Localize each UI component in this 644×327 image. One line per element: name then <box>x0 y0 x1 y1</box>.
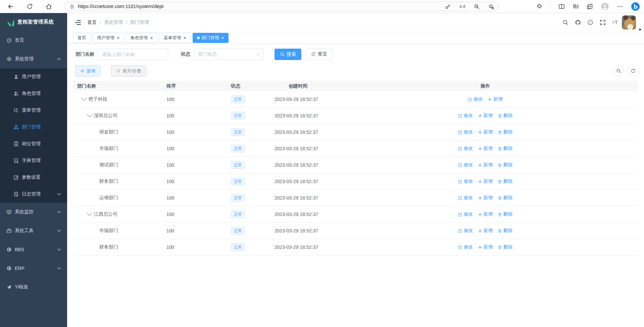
avatar[interactable] <box>622 15 636 30</box>
reset-button[interactable]: 重置 <box>306 49 333 60</box>
sidebar-item-系统管理[interactable]: 系统管理 <box>0 50 67 68</box>
search-icon[interactable] <box>562 19 568 25</box>
collapse-sidebar-icon[interactable] <box>75 19 81 26</box>
sidebar-item-角色管理[interactable]: 角色管理 <box>0 85 67 102</box>
more-options-icon[interactable] <box>617 3 623 10</box>
breadcrumb-system[interactable]: 系统管理 <box>104 19 123 25</box>
sidebar-item-部门管理[interactable]: 部门管理 <box>0 119 67 135</box>
tab-菜单管理[interactable]: 菜单管理× <box>159 33 190 43</box>
add-link[interactable]: 新增 <box>478 244 493 250</box>
add-link[interactable]: 新增 <box>478 129 493 135</box>
dashboard-icon <box>6 38 12 43</box>
split-screen-icon[interactable] <box>558 3 565 10</box>
copilot-icon[interactable]: b <box>631 2 640 11</box>
del-link[interactable]: 删除 <box>498 228 513 234</box>
status-label: 状态 <box>181 51 190 57</box>
edit-link[interactable]: 修改 <box>458 162 473 168</box>
sidebar-item-用户管理[interactable]: 用户管理 <box>0 68 67 85</box>
back-icon[interactable] <box>4 1 16 11</box>
show-search-button[interactable] <box>613 66 624 76</box>
edit-link[interactable]: 修改 <box>458 113 473 119</box>
sidebar-item-BBS[interactable]: BBS <box>0 240 67 259</box>
del-link[interactable]: 删除 <box>498 162 513 168</box>
tab-首页[interactable]: 首页 <box>73 33 91 43</box>
home-icon[interactable] <box>43 1 55 11</box>
fullscreen-icon[interactable] <box>600 19 606 25</box>
chevron-down-icon <box>56 266 62 271</box>
add-button[interactable]: 新增 <box>75 65 100 76</box>
del-link[interactable]: 删除 <box>498 244 513 250</box>
sidebar-item-首页[interactable]: 首页 <box>0 31 67 50</box>
breadcrumb-home[interactable]: 首页 <box>87 19 97 25</box>
app-logo[interactable]: 意框架管理系统 <box>0 13 67 31</box>
address-bar[interactable]: https://ccnetcore.com:1101/system/dept A <box>64 2 499 11</box>
del-link[interactable]: 删除 <box>498 211 513 217</box>
favorites-icon[interactable] <box>573 3 579 10</box>
sidebar-item-岗位管理[interactable]: 岗位管理 <box>0 135 67 152</box>
sidebar-item-日志管理[interactable]: 日志管理 <box>0 186 67 203</box>
tree-collapse-icon[interactable] <box>85 111 94 120</box>
expand-collapse-button[interactable]: 展开/折叠 <box>111 65 146 76</box>
github-icon[interactable] <box>575 19 581 25</box>
add-link[interactable]: 新增 <box>478 228 493 234</box>
plus-icon <box>478 196 482 200</box>
edit-link[interactable]: 修改 <box>458 178 473 184</box>
col-header-sort: 排序 <box>166 83 231 89</box>
del-link[interactable]: 删除 <box>498 195 513 201</box>
font-size-icon[interactable]: TT <box>612 19 618 25</box>
status-select[interactable]: 部门状态 <box>194 49 264 60</box>
sidebar-item-ERP[interactable]: ERP <box>0 259 67 278</box>
table-toolbar: 新增 展开/折叠 <box>73 65 638 76</box>
sidebar-item-参数设置[interactable]: 参数设置 <box>0 169 67 186</box>
del-link[interactable]: 删除 <box>498 113 513 119</box>
close-tab-icon[interactable]: × <box>150 36 153 40</box>
search-button[interactable]: 搜索 <box>275 49 301 60</box>
edit-link[interactable]: 修改 <box>458 211 473 217</box>
close-tab-icon[interactable]: × <box>183 36 186 40</box>
refresh-table-button[interactable] <box>628 66 638 76</box>
sidebar-item-系统监控[interactable]: 系统监控 <box>0 203 67 221</box>
tab-用户管理[interactable]: 用户管理× <box>93 33 124 43</box>
add-link[interactable]: 新增 <box>478 178 493 184</box>
browser-essentials-icon[interactable] <box>536 3 543 10</box>
close-tab-icon[interactable]: × <box>221 36 224 40</box>
edit-link[interactable]: 修改 <box>458 195 473 201</box>
zoom-out-icon[interactable] <box>474 4 480 9</box>
tab-部门管理[interactable]: 部门管理× <box>193 33 229 43</box>
del-link[interactable]: 删除 <box>498 129 513 135</box>
sidebar-item-系统工具[interactable]: 系统工具 <box>0 221 67 240</box>
profile-icon[interactable] <box>601 2 609 11</box>
tree-collapse-icon[interactable] <box>85 210 94 219</box>
key-icon[interactable] <box>445 4 451 9</box>
created-time: 2023-03-29 18:52:37 <box>272 195 446 201</box>
close-tab-icon[interactable]: × <box>117 36 119 40</box>
tree-collapse-icon[interactable] <box>80 95 89 104</box>
del-link[interactable]: 删除 <box>498 178 513 184</box>
add-favorite-icon[interactable] <box>488 4 494 9</box>
add-link[interactable]: 新增 <box>478 113 493 119</box>
edit-link[interactable]: 修改 <box>458 244 473 250</box>
del-link[interactable]: 删除 <box>498 146 513 152</box>
collections-add-icon[interactable] <box>587 3 593 10</box>
read-aloud-icon[interactable]: A <box>459 4 465 9</box>
dept-name-input[interactable] <box>98 49 168 60</box>
add-link[interactable]: 新增 <box>478 195 493 201</box>
edit-link[interactable]: 修改 <box>458 228 473 234</box>
sidebar-item-字典管理[interactable]: 字典管理 <box>0 152 67 169</box>
edit-link[interactable]: 修改 <box>458 146 473 152</box>
edit-link[interactable]: 修改 <box>458 129 473 135</box>
status-badge: 正常 <box>231 210 245 218</box>
sidebar-item-Yi框架[interactable]: Yi框架 <box>0 278 67 296</box>
add-link[interactable]: 新增 <box>488 96 503 102</box>
add-link[interactable]: 新增 <box>478 146 493 152</box>
help-icon[interactable]: ? <box>587 19 593 25</box>
add-link[interactable]: 新增 <box>478 162 493 168</box>
refresh-icon[interactable] <box>23 1 36 11</box>
sidebar-item-菜单管理[interactable]: 菜单管理 <box>0 102 67 119</box>
add-link[interactable]: 新增 <box>478 211 493 217</box>
tab-角色管理[interactable]: 角色管理× <box>126 33 157 43</box>
user-menu[interactable] <box>622 15 636 30</box>
edit-link[interactable]: 修改 <box>468 96 483 102</box>
url-text[interactable]: https://ccnetcore.com:1101/system/dept <box>78 4 163 9</box>
lock-icon <box>69 4 75 9</box>
